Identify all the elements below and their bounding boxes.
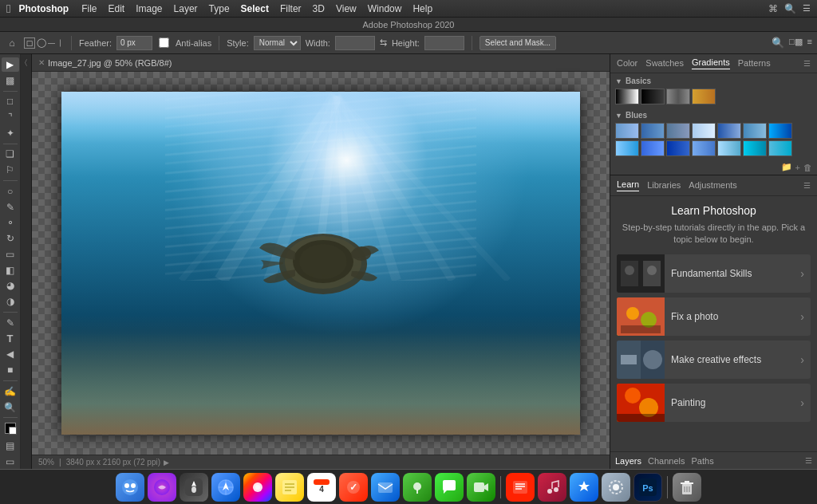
basics-swatch-2[interactable] <box>641 89 665 104</box>
blues-section-header[interactable]: ▼ Blues <box>615 111 812 120</box>
zoom-tool[interactable]: 🔍 <box>2 400 19 415</box>
feather-input[interactable] <box>116 36 152 50</box>
tab-color[interactable]: Color <box>617 58 637 69</box>
menu-filter[interactable]: Filter <box>280 3 302 14</box>
eraser-tool[interactable]: ▭ <box>2 247 19 262</box>
marquee-tool[interactable]: □ <box>2 94 19 108</box>
artboard-tool[interactable]: ▩ <box>2 73 19 88</box>
menu-view[interactable]: View <box>336 3 357 14</box>
dock-maps[interactable] <box>403 473 432 502</box>
options-menu-icon[interactable]: ≡ <box>807 37 812 49</box>
blues-swatch-12[interactable] <box>717 140 741 156</box>
select-mask-button[interactable]: Select and Mask... <box>480 36 556 50</box>
history-brush-tool[interactable]: ↻ <box>2 231 19 246</box>
brush-tool[interactable]: ✎ <box>2 200 19 215</box>
quick-mask-tool[interactable]: ▤ <box>2 439 19 453</box>
dock-rocket[interactable] <box>180 473 208 502</box>
learn-item-painting[interactable]: Painting › <box>617 384 811 422</box>
menu-type[interactable]: Type <box>209 3 230 14</box>
healing-tool[interactable]: ○ <box>2 184 19 199</box>
blues-swatch-8[interactable] <box>615 140 639 156</box>
blues-swatch-4[interactable] <box>692 123 716 139</box>
blues-swatch-10[interactable] <box>666 140 690 156</box>
height-input[interactable] <box>424 36 464 50</box>
learn-item-fix-photo[interactable]: Fix a photo › <box>617 297 811 336</box>
dock-news[interactable] <box>506 473 535 502</box>
eyedropper-tool[interactable]: ⚐ <box>2 163 19 177</box>
dock-photoshop[interactable]: Ps <box>633 473 662 502</box>
gradient-tool[interactable]: ◧ <box>2 263 19 278</box>
lasso-tool[interactable]: ⌝ <box>2 110 19 124</box>
tab-swatches[interactable]: Swatches <box>645 58 684 69</box>
rect-marquee-icon[interactable]: □ <box>24 37 35 49</box>
basics-swatch-1[interactable] <box>615 89 639 104</box>
dock-messages[interactable] <box>435 473 464 502</box>
tab-learn[interactable]: Learn <box>617 179 639 191</box>
status-arrow-icon[interactable]: ▶ <box>164 459 169 467</box>
menu-window[interactable]: Window <box>368 3 402 14</box>
layers-menu-icon[interactable]: ☰ <box>805 456 812 465</box>
dock-trash[interactable] <box>673 473 701 502</box>
blues-swatch-3[interactable] <box>666 123 690 139</box>
blues-swatch-5[interactable] <box>717 123 741 139</box>
blues-swatch-9[interactable] <box>641 140 665 156</box>
dock-facetime[interactable] <box>467 473 495 502</box>
dock-siri[interactable] <box>148 473 176 502</box>
single-row-icon[interactable]: — <box>48 39 55 47</box>
blues-swatch-14[interactable] <box>768 140 792 156</box>
menu-layer[interactable]: Layer <box>174 3 198 14</box>
screen-mode-tool[interactable]: ▭ <box>2 455 19 469</box>
blues-swatch-11[interactable] <box>692 140 716 156</box>
side-collapse-icon[interactable]: 〈 <box>22 59 30 66</box>
magic-wand-tool[interactable]: ✦ <box>2 126 19 140</box>
menu-image[interactable]: Image <box>136 3 162 14</box>
menu-file[interactable]: File <box>81 3 97 14</box>
dock-photos-library[interactable] <box>243 473 272 502</box>
gradients-panel-menu-icon[interactable]: ☰ <box>803 59 811 68</box>
search-icon-menubar[interactable]: 🔍 <box>784 3 796 14</box>
dock-appstore[interactable] <box>570 473 598 502</box>
foreground-color[interactable] <box>5 423 16 434</box>
tab-adjustments[interactable]: Adjustments <box>689 180 737 191</box>
swap-icon[interactable]: ⇆ <box>380 37 387 48</box>
blur-tool[interactable]: ◕ <box>2 279 19 293</box>
dock-reminders[interactable]: ✓ <box>339 473 368 502</box>
hand-tool[interactable]: ✍ <box>2 384 19 399</box>
type-tool[interactable]: T <box>2 332 19 346</box>
crop-tool[interactable]: ❏ <box>2 148 19 162</box>
tab-close-icon[interactable]: ✕ <box>38 58 45 67</box>
dock-system-prefs[interactable] <box>602 473 630 502</box>
blues-swatch-2[interactable] <box>641 123 665 139</box>
blues-swatch-1[interactable] <box>615 123 639 139</box>
menu-3d[interactable]: 3D <box>313 3 325 14</box>
dock-music[interactable] <box>538 473 566 502</box>
blues-swatch-13[interactable] <box>743 140 767 156</box>
background-color[interactable] <box>9 427 17 435</box>
dock-calendar[interactable]: 4 <box>307 473 336 502</box>
blues-swatch-7[interactable] <box>768 123 792 139</box>
add-gradient-icon[interactable]: + <box>795 163 800 172</box>
single-col-icon[interactable]: — <box>57 39 65 46</box>
menu-edit[interactable]: Edit <box>108 3 124 14</box>
basics-section-header[interactable]: ▼ Basics <box>615 77 812 85</box>
tab-libraries[interactable]: Libraries <box>647 180 681 191</box>
path-tool[interactable]: ◀ <box>2 348 19 362</box>
basics-swatch-3[interactable] <box>666 89 690 104</box>
apple-menu[interactable]:  <box>6 2 10 15</box>
dock-safari[interactable] <box>211 473 240 502</box>
dock-mail[interactable] <box>371 473 400 502</box>
learn-item-fundamental-skills[interactable]: Fundamental Skills › <box>617 254 811 293</box>
width-input[interactable] <box>335 36 375 50</box>
style-select[interactable]: Normal <box>254 36 301 50</box>
search-options-icon[interactable]: 🔍 <box>772 37 784 49</box>
ellip-marquee-icon[interactable]: ◯ <box>37 37 46 48</box>
tab-patterns[interactable]: Patterns <box>738 58 771 69</box>
pen-tool[interactable]: ✎ <box>2 316 19 330</box>
shape-tool[interactable]: ■ <box>2 363 19 377</box>
basics-swatch-4[interactable] <box>692 89 716 104</box>
dock-finder[interactable] <box>116 473 144 502</box>
blues-swatch-6[interactable] <box>743 123 767 139</box>
learn-panel-menu-icon[interactable]: ☰ <box>803 181 811 190</box>
menu-select[interactable]: Select <box>241 3 269 14</box>
clone-tool[interactable]: ⚬ <box>2 215 19 230</box>
